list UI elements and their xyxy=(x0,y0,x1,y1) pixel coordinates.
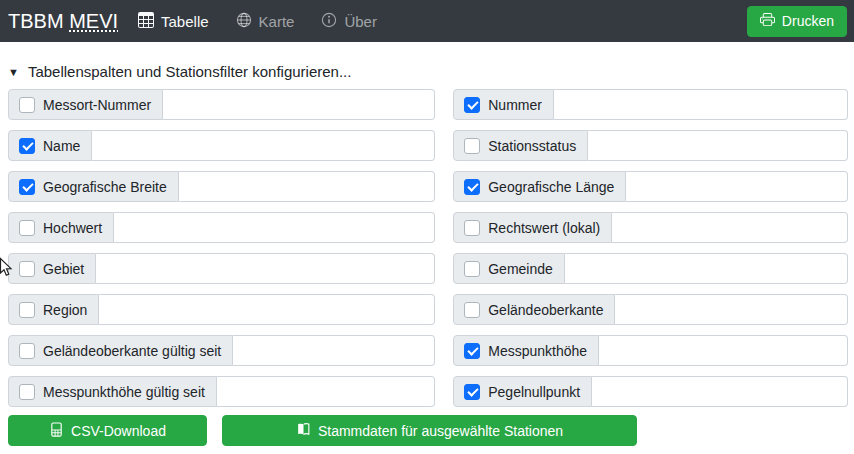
print-button[interactable]: Drucken xyxy=(747,6,847,37)
file-spreadsheet-icon xyxy=(49,422,64,440)
filter-label-pegelnullpunkt: Pegelnullpunkt xyxy=(488,384,580,400)
filter-label-stationsstatus: Stationsstatus xyxy=(488,138,576,154)
filters-grid: Messort-Nummer Nummer Name Stationsstatu… xyxy=(8,89,848,407)
filter-addon-gemeinde[interactable]: Gemeinde xyxy=(453,253,565,284)
brand-abbr: MEVI xyxy=(69,10,118,32)
filter-group-geografische-laenge: Geografische Länge xyxy=(453,171,848,202)
filter-group-rechtswert-lokal: Rechtswert (lokal) xyxy=(453,212,848,243)
filter-input-stationsstatus[interactable] xyxy=(588,130,848,161)
checkbox-messort-nummer[interactable] xyxy=(19,97,35,113)
filter-group-nummer: Nummer xyxy=(453,89,848,120)
filter-label-gelaendeoberkante-gueltig-seit: Geländeoberkante gültig seit xyxy=(43,343,221,359)
filter-group-messpunkthoehe-gueltig-seit: Messpunkthöhe gültig seit xyxy=(8,376,435,407)
filter-input-name[interactable] xyxy=(92,130,435,161)
filter-addon-gebiet[interactable]: Gebiet xyxy=(8,253,96,284)
filter-label-gemeinde: Gemeinde xyxy=(488,261,553,277)
filter-addon-geografische-laenge[interactable]: Geografische Länge xyxy=(453,171,626,202)
print-button-label: Drucken xyxy=(782,13,834,29)
filter-group-messort-nummer: Messort-Nummer xyxy=(8,89,435,120)
filter-addon-messpunkthoehe-gueltig-seit[interactable]: Messpunkthöhe gültig seit xyxy=(8,376,217,407)
tab-ueber[interactable]: Über xyxy=(321,12,377,31)
filter-addon-rechtswert-lokal[interactable]: Rechtswert (lokal) xyxy=(453,212,612,243)
navbar: TBBM MEVI Tabelle Karte Über Drucken xyxy=(0,0,854,42)
checkbox-gelaendeoberkante-gueltig-seit[interactable] xyxy=(19,343,35,359)
filter-group-gemeinde: Gemeinde xyxy=(453,253,848,284)
globe-icon xyxy=(236,12,252,31)
filter-input-region[interactable] xyxy=(99,294,435,325)
checkbox-stationsstatus[interactable] xyxy=(464,138,480,154)
filter-input-hochwert[interactable] xyxy=(114,212,435,243)
filter-addon-geografische-breite[interactable]: Geografische Breite xyxy=(8,171,179,202)
checkbox-geografische-laenge[interactable] xyxy=(464,179,480,195)
filter-addon-name[interactable]: Name xyxy=(8,130,92,161)
filter-group-pegelnullpunkt: Pegelnullpunkt xyxy=(453,376,848,407)
filter-label-gebiet: Gebiet xyxy=(43,261,84,277)
checkbox-hochwert[interactable] xyxy=(19,220,35,236)
filter-label-messpunkthoehe-gueltig-seit: Messpunkthöhe gültig seit xyxy=(43,384,205,400)
filter-input-gebiet[interactable] xyxy=(96,253,435,284)
tab-ueber-label: Über xyxy=(344,13,377,30)
filter-group-name: Name xyxy=(8,130,435,161)
config-toggle-label: Tabellenspalten und Stationsfilter konfi… xyxy=(28,63,352,80)
checkbox-region[interactable] xyxy=(19,302,35,318)
info-icon xyxy=(321,12,337,31)
tab-tabelle[interactable]: Tabelle xyxy=(138,12,209,31)
filter-addon-stationsstatus[interactable]: Stationsstatus xyxy=(453,130,588,161)
checkbox-nummer[interactable] xyxy=(464,97,480,113)
filter-addon-messpunkthoehe[interactable]: Messpunkthöhe xyxy=(453,335,599,366)
filter-group-gelaendeoberkante-gueltig-seit: Geländeoberkante gültig seit xyxy=(8,335,435,366)
table-icon xyxy=(138,12,154,31)
checkbox-rechtswert-lokal[interactable] xyxy=(464,220,480,236)
filter-input-messpunkthoehe[interactable] xyxy=(599,335,848,366)
config-section-toggle[interactable]: ▼ Tabellenspalten und Stationsfilter kon… xyxy=(8,63,351,80)
checkbox-messpunkthoehe-gueltig-seit[interactable] xyxy=(19,384,35,400)
filter-group-stationsstatus: Stationsstatus xyxy=(453,130,848,161)
filter-input-gelaendeoberkante-gueltig-seit[interactable] xyxy=(233,335,435,366)
checkbox-messpunkthoehe[interactable] xyxy=(464,343,480,359)
filter-addon-gelaendeoberkante-gueltig-seit[interactable]: Geländeoberkante gültig seit xyxy=(8,335,233,366)
brand-prefix: TBBM xyxy=(8,10,64,32)
checkbox-geografische-breite[interactable] xyxy=(19,179,35,195)
checkbox-pegelnullpunkt[interactable] xyxy=(464,384,480,400)
filter-group-hochwert: Hochwert xyxy=(8,212,435,243)
stammdaten-label: Stammdaten für ausgewählte Stationen xyxy=(318,423,563,439)
book-icon xyxy=(296,422,311,440)
chevron-down-icon: ▼ xyxy=(8,66,19,78)
filter-group-gelaendeoberkante: Geländeoberkante xyxy=(453,294,848,325)
filter-input-gemeinde[interactable] xyxy=(565,253,848,284)
filter-input-messort-nummer[interactable] xyxy=(163,89,435,120)
filter-group-messpunkthoehe: Messpunkthöhe xyxy=(453,335,848,366)
filter-addon-hochwert[interactable]: Hochwert xyxy=(8,212,114,243)
filter-label-messort-nummer: Messort-Nummer xyxy=(43,97,151,113)
filter-label-messpunkthoehe: Messpunkthöhe xyxy=(488,343,587,359)
filter-input-nummer[interactable] xyxy=(554,89,848,120)
filter-input-geografische-breite[interactable] xyxy=(179,171,436,202)
printer-icon xyxy=(760,12,775,30)
checkbox-gemeinde[interactable] xyxy=(464,261,480,277)
tab-karte[interactable]: Karte xyxy=(236,12,295,31)
filter-addon-pegelnullpunkt[interactable]: Pegelnullpunkt xyxy=(453,376,592,407)
filter-input-messpunkthoehe-gueltig-seit[interactable] xyxy=(217,376,435,407)
checkbox-name[interactable] xyxy=(19,138,35,154)
filter-addon-messort-nummer[interactable]: Messort-Nummer xyxy=(8,89,163,120)
filter-group-region: Region xyxy=(8,294,435,325)
filter-label-geografische-laenge: Geografische Länge xyxy=(488,179,614,195)
filter-input-pegelnullpunkt[interactable] xyxy=(592,376,848,407)
actions-bar: CSV-Download Stammdaten für ausgewählte … xyxy=(8,415,854,446)
filter-label-region: Region xyxy=(43,302,87,318)
filter-addon-nummer[interactable]: Nummer xyxy=(453,89,554,120)
filter-label-hochwert: Hochwert xyxy=(43,220,102,236)
checkbox-gebiet[interactable] xyxy=(19,261,35,277)
filter-label-nummer: Nummer xyxy=(488,97,542,113)
csv-download-button[interactable]: CSV-Download xyxy=(8,415,207,446)
tab-karte-label: Karte xyxy=(259,13,295,30)
stammdaten-button[interactable]: Stammdaten für ausgewählte Stationen xyxy=(222,415,637,446)
filter-label-rechtswert-lokal: Rechtswert (lokal) xyxy=(488,220,600,236)
checkbox-gelaendeoberkante[interactable] xyxy=(464,302,480,318)
filter-input-geografische-laenge[interactable] xyxy=(626,171,848,202)
filter-addon-gelaendeoberkante[interactable]: Geländeoberkante xyxy=(453,294,615,325)
filter-input-rechtswert-lokal[interactable] xyxy=(612,212,848,243)
filter-addon-region[interactable]: Region xyxy=(8,294,99,325)
filter-input-gelaendeoberkante[interactable] xyxy=(615,294,848,325)
filter-label-geografische-breite: Geografische Breite xyxy=(43,179,167,195)
